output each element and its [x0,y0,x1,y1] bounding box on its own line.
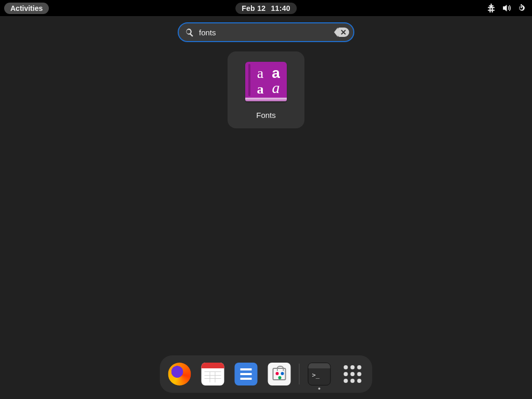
date-label: Feb 12 [242,4,265,12]
clear-search-button[interactable] [338,28,349,37]
dock-separator [299,364,300,384]
activities-button[interactable]: Activities [4,3,49,14]
shopping-bag-icon [273,368,286,380]
search-result-fonts[interactable]: aa aa Fonts [228,51,304,128]
search-input[interactable] [199,28,332,37]
search-result-label: Fonts [256,111,276,119]
dock-show-apps[interactable] [341,363,364,385]
search-bar[interactable] [178,22,354,42]
dock [160,355,373,393]
search-icon [185,28,194,37]
running-indicator [318,388,321,390]
top-bar: Activities Feb 12 11:40 [0,0,532,16]
power-icon [517,4,526,12]
dock-app-terminal[interactable] [308,363,331,385]
dock-app-software[interactable] [268,363,291,385]
close-icon [341,30,346,35]
time-label: 11:40 [271,4,290,12]
dock-app-firefox[interactable] [168,363,191,385]
fonts-app-icon: aa aa [245,62,287,103]
appgrid-icon [344,365,362,383]
system-status-area[interactable] [487,4,528,12]
datetime-button[interactable]: Feb 12 11:40 [235,3,297,14]
volume-icon [502,4,511,12]
dock-app-calendar[interactable] [202,363,224,385]
dock-app-todo[interactable] [235,363,258,385]
network-icon [487,4,496,12]
